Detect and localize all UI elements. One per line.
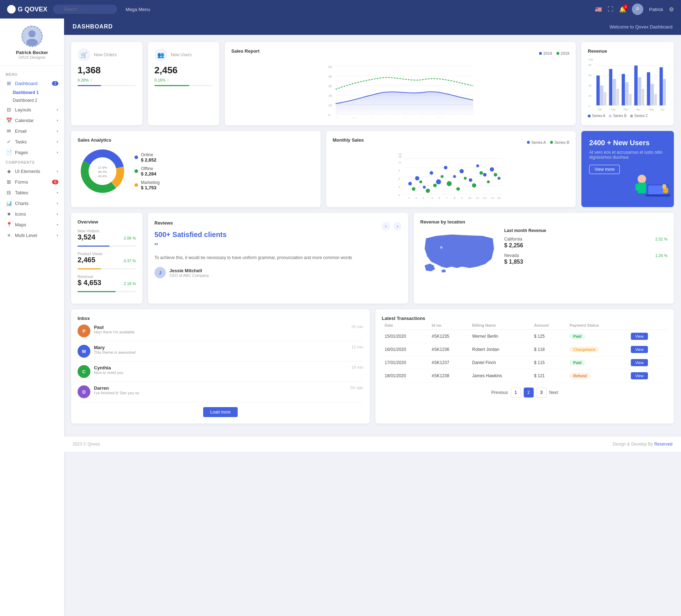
revenue-legend: Series A Series B Series C — [588, 114, 667, 118]
sidebar-item-pages[interactable]: 📄 Pages ▾ — [0, 147, 64, 158]
tasks-arrow: ▾ — [57, 140, 58, 144]
location-title: Revenue by location — [420, 219, 465, 225]
next-page-button[interactable]: Next — [549, 390, 558, 395]
location-nevada: Nevada 1.26 % $ 1,853 — [504, 253, 667, 265]
sidebar-item-forms[interactable]: ⊞ Forms 6 — [0, 177, 64, 187]
california-value: $ 2,256 — [504, 242, 667, 249]
svg-point-92 — [433, 184, 437, 187]
legend-2019-dot — [556, 52, 559, 55]
mega-menu-trigger[interactable]: Mega Menu — [126, 7, 150, 12]
footer-link[interactable]: Reserved — [654, 442, 672, 447]
reviews-next-button[interactable]: › — [393, 222, 402, 231]
menu-section-label: MENU — [0, 70, 64, 78]
svg-text:Apr: Apr — [636, 108, 640, 111]
logo: ⬤ G QOVEX — [7, 5, 47, 14]
cell-name-1: Werner Berlin — [469, 330, 531, 343]
svg-rect-46 — [642, 89, 644, 106]
sidebar-item-dashboard1[interactable]: Dashboard 1 — [0, 89, 64, 96]
revenue-chart: 0 20 40 60 80 100 — [588, 54, 667, 111]
sidebar-item-multilevel[interactable]: ≡ Multi Level ▾ — [0, 230, 64, 241]
inbox-title: Inbox — [78, 316, 90, 321]
page-3-button[interactable]: 3 — [537, 388, 547, 397]
svg-text:80: 80 — [588, 63, 591, 67]
user-name[interactable]: Patrick — [649, 7, 663, 12]
page-2-button[interactable]: 2 — [524, 388, 534, 397]
svg-point-118 — [638, 175, 646, 183]
sidebar-item-email[interactable]: ✉ Email ▾ — [0, 126, 64, 136]
sidebar-item-dashboard[interactable]: ⊞ Dashboard 2 — [0, 78, 64, 89]
svg-point-95 — [456, 187, 460, 191]
view-button-2[interactable]: View — [631, 346, 648, 353]
reviews-text: To achieve this, it would be necessary t… — [154, 254, 402, 261]
svg-point-89 — [412, 187, 416, 191]
sidebar-item-tasks[interactable]: ✓ Tasks ▾ — [0, 136, 64, 147]
fullscreen-icon[interactable]: ⛶ — [608, 6, 613, 12]
svg-rect-41 — [622, 74, 625, 106]
visitors-pct: 2.06 % — [124, 233, 136, 243]
svg-text:May: May — [649, 108, 654, 111]
reviewer-role: CEO of ABC Company — [169, 273, 209, 278]
prev-page-button[interactable]: Previous — [491, 390, 508, 395]
dashboard-badge: 2 — [52, 81, 58, 86]
svg-rect-35 — [596, 75, 600, 105]
inbox-name-cynthia: Cynthia — [94, 365, 123, 370]
page-1-button[interactable]: 1 — [511, 388, 521, 397]
view-button-3[interactable]: View — [631, 359, 648, 366]
svg-point-77 — [415, 176, 419, 180]
reviewer-avatar: J — [154, 267, 166, 278]
cell-status-2: Chargeback — [567, 343, 628, 356]
sidebar-item-layouts[interactable]: ⊟ Layouts ▾ — [0, 104, 64, 115]
sidebar-item-dashboard2[interactable]: Dashboard 2 — [0, 96, 64, 104]
analytics-legend: Online $ 2,652 Offline $ 2,284 — [134, 152, 160, 190]
flag-icon[interactable]: 🇺🇸 — [595, 6, 602, 13]
svg-text:Jan: Jan — [598, 108, 602, 111]
app-layout: Patrick Becker UI/UX Designer MENU ⊞ Das… — [0, 19, 681, 616]
sidebar-item-calendar[interactable]: 📅 Calendar ▾ — [0, 115, 64, 126]
inbox-avatar-paul: P — [78, 325, 90, 337]
online-label: Online — [141, 152, 156, 157]
users-change: 0.16% ↑ — [154, 78, 213, 82]
layouts-arrow: ▾ — [57, 108, 58, 112]
logo-text: G QOVEX — [18, 6, 47, 13]
footer-credit: Design & Develop By Reserved — [613, 442, 672, 447]
svg-rect-49 — [654, 94, 657, 106]
svg-point-100 — [494, 173, 497, 177]
ui-arrow: ▾ — [57, 169, 58, 173]
svg-text:6: 6 — [398, 177, 400, 180]
search-input[interactable] — [53, 5, 117, 14]
sidebar-item-maps[interactable]: 📍 Maps ▾ — [0, 219, 64, 230]
svg-text:9: 9 — [461, 196, 463, 200]
sales-analytics-card: Sales Analytics — [71, 131, 321, 207]
status-badge-1: Paid — [570, 333, 585, 339]
inbox-time-cynthia: 18 min — [352, 365, 363, 369]
notification-icon[interactable]: 🔔 3 — [619, 6, 626, 13]
settings-icon[interactable]: ⚙ — [669, 6, 674, 13]
view-button-4[interactable]: View — [631, 372, 648, 379]
load-more-button[interactable]: Load more — [203, 407, 238, 417]
svg-rect-42 — [625, 82, 628, 105]
svg-point-87 — [490, 167, 494, 172]
svg-text:1: 1 — [408, 196, 410, 200]
sidebar-item-icons[interactable]: ★ Icons ▾ — [0, 209, 64, 219]
svg-point-99 — [487, 180, 490, 183]
sidebar-item-ui-elements[interactable]: ◈ UI Elements ▾ — [0, 166, 64, 177]
svg-point-1 — [28, 30, 36, 37]
cell-amount-2: $ 118 — [531, 343, 567, 356]
svg-text:43.4%: 43.4% — [98, 174, 107, 178]
reviews-prev-button[interactable]: ‹ — [382, 222, 390, 231]
maps-icon: 📍 — [6, 222, 12, 227]
marketing-label: Marketing — [141, 180, 160, 185]
page-welcome: Welcome to Qovex Dashboard — [609, 24, 672, 30]
promo-view-more-button[interactable]: View more — [589, 165, 620, 174]
svg-text:10: 10 — [468, 196, 471, 200]
svg-text:50: 50 — [328, 65, 332, 69]
sidebar-item-tables[interactable]: ⊟ Tables ▾ — [0, 187, 64, 198]
cell-status-1: Paid — [567, 330, 628, 343]
svg-rect-121 — [643, 184, 646, 191]
svg-point-78 — [423, 186, 426, 189]
sidebar-item-charts[interactable]: 📊 Charts ▾ — [0, 198, 64, 209]
svg-text:3: 3 — [398, 185, 400, 189]
views-label: Product Views — [78, 252, 136, 256]
view-button-1[interactable]: View — [631, 333, 648, 340]
svg-rect-50 — [660, 67, 663, 105]
